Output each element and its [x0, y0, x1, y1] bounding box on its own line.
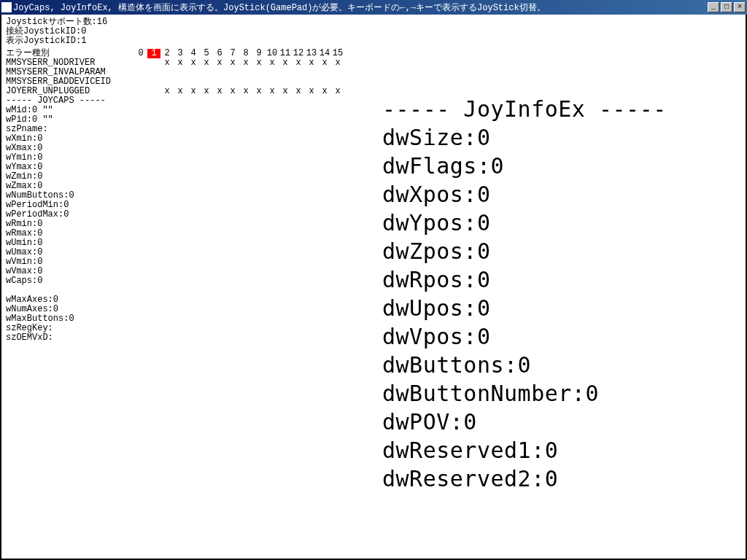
status-connect-id: 接続JoystickID:0 [6, 27, 741, 36]
error-cell: x [160, 87, 174, 96]
error-cell: x [279, 87, 292, 96]
joyinfoex-block: ----- JoyInfoEx ----- dwSize:0 dwFlags:0… [382, 95, 667, 493]
error-table-row: MMSYSERR_INVALPARAM [6, 68, 741, 77]
error-cell: x [239, 87, 252, 96]
error-table: エラー種別0123456789101112131415MMSYSERR_NODR… [6, 49, 741, 96]
error-table-header: エラー種別0123456789101112131415 [6, 49, 741, 58]
status-display-id: 表示JoystickID:1 [6, 36, 741, 46]
client-area: Joystickサポート数:16 接続JoystickID:0 表示Joysti… [0, 15, 747, 560]
error-cell: x [305, 58, 318, 68]
error-cell: x [200, 58, 213, 68]
error-cell: x [187, 87, 200, 96]
error-cell: x [266, 58, 279, 68]
error-cell: x [226, 87, 239, 96]
error-cell: x [292, 87, 305, 96]
error-cell: x [213, 87, 226, 96]
error-cell: x [187, 58, 200, 68]
window: JoyCaps, JoyInfoEx, 構造体を画面に表示する。JoyStick… [0, 0, 747, 560]
error-cell: x [239, 58, 252, 68]
close-button[interactable]: × [734, 2, 746, 12]
error-cell: x [331, 87, 344, 96]
error-table-row: MMSYSERR_NODRIVERxxxxxxxxxxxxxx [6, 58, 741, 68]
window-title: JoyCaps, JoyInfoEx, 構造体を画面に表示する。JoyStick… [13, 1, 706, 14]
error-col-header: 0 [134, 49, 147, 58]
error-cell: x [266, 87, 279, 96]
window-buttons: _ □ × [706, 2, 746, 12]
maximize-button[interactable]: □ [721, 2, 732, 12]
app-icon [1, 2, 12, 12]
error-cell: x [226, 58, 239, 68]
error-cell: x [252, 58, 266, 68]
error-cell: x [331, 58, 344, 68]
error-cell: x [213, 58, 226, 68]
error-cell: x [318, 87, 331, 96]
error-cell: x [200, 87, 213, 96]
titlebar: JoyCaps, JoyInfoEx, 構造体を画面に表示する。JoyStick… [0, 0, 747, 15]
error-cell: x [160, 58, 174, 68]
error-cell: x [318, 58, 331, 68]
status-support: Joystickサポート数:16 [6, 18, 741, 27]
error-cell: x [292, 58, 305, 68]
error-cell: x [252, 87, 266, 96]
error-cell: x [174, 87, 187, 96]
error-cell: x [305, 87, 318, 96]
error-cell: x [279, 58, 292, 68]
error-table-row: MMSYSERR_BADDEVICEID [6, 77, 741, 87]
error-cell: x [174, 58, 187, 68]
minimize-button[interactable]: _ [708, 2, 719, 12]
error-col-header: 1 [147, 49, 160, 58]
